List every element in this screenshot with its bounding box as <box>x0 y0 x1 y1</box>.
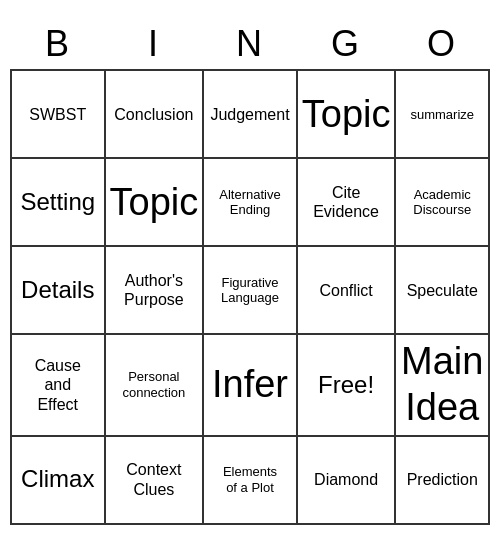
cell-text: Prediction <box>407 470 478 489</box>
cell-text: Setting <box>20 188 95 217</box>
cell-text: AcademicDiscourse <box>413 187 471 218</box>
cell-text: summarize <box>410 107 474 123</box>
cell-text: ContextClues <box>126 460 181 498</box>
cell-text: Infer <box>212 362 288 408</box>
cell-text: Topic <box>302 92 391 138</box>
cell-text: Elementsof a Plot <box>223 464 277 495</box>
bingo-cell: summarize <box>396 71 490 159</box>
cell-text: CauseandEffect <box>35 356 81 414</box>
bingo-cell: Infer <box>204 335 298 436</box>
bingo-cell: Speculate <box>396 247 490 335</box>
header-letter: N <box>202 19 298 69</box>
bingo-cell: Prediction <box>396 437 490 525</box>
bingo-cell: Setting <box>12 159 106 247</box>
bingo-card: BINGO SWBSTConclusionJudgementTopicsumma… <box>10 19 490 524</box>
bingo-cell: Topic <box>298 71 397 159</box>
bingo-cell: SWBST <box>12 71 106 159</box>
cell-text: Climax <box>21 465 94 494</box>
bingo-cell: Details <box>12 247 106 335</box>
bingo-header: BINGO <box>10 19 490 69</box>
cell-text: Author'sPurpose <box>124 271 184 309</box>
bingo-cell: Judgement <box>204 71 298 159</box>
cell-text: FigurativeLanguage <box>221 275 279 306</box>
cell-text: SWBST <box>29 105 86 124</box>
header-letter: I <box>106 19 202 69</box>
bingo-cell: Personalconnection <box>106 335 205 436</box>
cell-text: CiteEvidence <box>313 183 379 221</box>
header-letter: B <box>10 19 106 69</box>
bingo-cell: Conflict <box>298 247 397 335</box>
bingo-cell: ContextClues <box>106 437 205 525</box>
cell-text: Free! <box>318 371 374 400</box>
cell-text: Personalconnection <box>122 369 185 400</box>
cell-text: Judgement <box>210 105 289 124</box>
bingo-cell: Author'sPurpose <box>106 247 205 335</box>
bingo-cell: Conclusion <box>106 71 205 159</box>
bingo-cell: FigurativeLanguage <box>204 247 298 335</box>
cell-text: Diamond <box>314 470 378 489</box>
cell-text: Details <box>21 276 94 305</box>
cell-text: Topic <box>110 180 199 226</box>
bingo-cell: CauseandEffect <box>12 335 106 436</box>
bingo-cell: CiteEvidence <box>298 159 397 247</box>
cell-text: Conclusion <box>114 105 193 124</box>
cell-text: Speculate <box>407 281 478 300</box>
cell-text: Conflict <box>319 281 372 300</box>
bingo-grid: SWBSTConclusionJudgementTopicsummarizeSe… <box>10 69 490 524</box>
bingo-cell: Free! <box>298 335 397 436</box>
bingo-cell: Topic <box>106 159 205 247</box>
header-letter: G <box>298 19 394 69</box>
bingo-cell: AlternativeEnding <box>204 159 298 247</box>
bingo-cell: MainIdea <box>396 335 490 436</box>
bingo-cell: AcademicDiscourse <box>396 159 490 247</box>
bingo-cell: Diamond <box>298 437 397 525</box>
header-letter: O <box>394 19 490 69</box>
bingo-cell: Elementsof a Plot <box>204 437 298 525</box>
cell-text: MainIdea <box>401 339 483 430</box>
bingo-cell: Climax <box>12 437 106 525</box>
cell-text: AlternativeEnding <box>219 187 280 218</box>
